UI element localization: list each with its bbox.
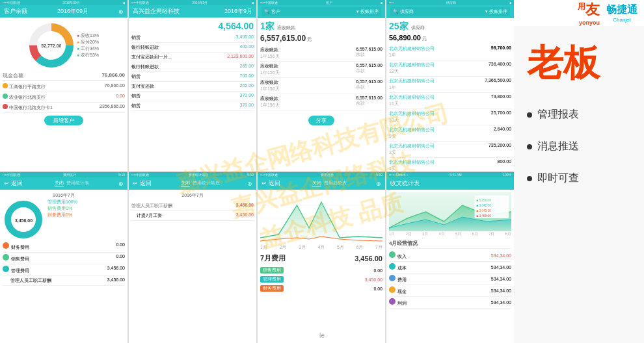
card5-header: ↩ 返回 关闭 费用统计表 ⊕ bbox=[0, 177, 127, 190]
period-label: 4月经营情况 bbox=[389, 238, 511, 249]
status-bar-6: ••••中国联通费用统计期底5:19 bbox=[129, 172, 256, 177]
fee-row-2: 管理费用 3,456.00 bbox=[260, 275, 382, 284]
card3-header: 🔍 客户 ▾ 投账排序 bbox=[258, 5, 385, 18]
bottom-label: Ie bbox=[319, 332, 325, 339]
stat-profit: 利润 534,34.00 bbox=[389, 297, 511, 309]
card1-content: 52,772.00 ● 应收13% ● 应付20% ● 工行34% ● 农行53… bbox=[0, 18, 127, 171]
fee-row-3: 财务费用 0.00 bbox=[260, 284, 382, 293]
expense-donut: 3,456.00 bbox=[3, 199, 45, 241]
new-customer-button[interactable]: 新增客户 bbox=[44, 116, 83, 125]
card2-content: 4,564.00 销货3,400.00 银行转账进款400.00 支付宝还款到一… bbox=[129, 18, 256, 171]
tx-item-2: 银行转账进款400.00 bbox=[131, 43, 254, 53]
status-bar-3: ••••中国联通客户◀ bbox=[258, 0, 385, 5]
card2-header: 高兴益企网络科技 2016年9月 bbox=[129, 5, 256, 18]
vendor-item-7: 北京无机建材销售公司 2天 735,200.00 bbox=[389, 142, 511, 158]
brand-chanjet: 畅捷通 bbox=[606, 3, 637, 17]
stat-cost: 成本 534,34.00 bbox=[389, 262, 511, 273]
card-customers: ••••中国联通客户◀ 🔍 客户 ▾ 投账排序 1家 应收账款 6,557,61… bbox=[258, 0, 385, 171]
period-item-1: 计提7月工资 3,456.00 bbox=[131, 211, 254, 221]
card6-content: 2016年7月 管理人员工职工薪酬 3,456.00 计提7月工资 3,456.… bbox=[129, 190, 256, 343]
phones-grid: ••••中国联通2016年09月◀ 客户余额 2016年09月 ⊕ 52,772… bbox=[0, 0, 514, 343]
vendor-item-1: 北京无机建材销售公司 1年 98,700.00 bbox=[389, 44, 511, 60]
card-income-expense: ••••• Sketch ÷5:41 AM100% 收支统计表 bbox=[386, 172, 514, 343]
customer-tx-4: 应收账款1年156天 6,557,615.00余款 bbox=[260, 94, 382, 110]
stat-area: 3,456.00 管理费用100% 销售费用0% 财务费用0% bbox=[3, 199, 125, 241]
bank-item-3: 中国银行北路支行卡1 2356,866.00 bbox=[3, 103, 125, 113]
card4-content: 25家 供应商 56,890.00 元 北京无机建材销售公司 1年 98,700… bbox=[386, 18, 514, 171]
fee-list: 财务费用 0.00 销售费用 0.00 管理费用 3,456.00 管理人员工职… bbox=[3, 241, 125, 286]
feature-list: 管理报表 消息推送 即时可查 bbox=[527, 108, 579, 185]
fee-item-1: 财务费用 0.00 bbox=[3, 241, 125, 253]
status-bar-7: ••••中国联通费用趋势5:19 bbox=[258, 172, 385, 177]
card8-content: ■ 5,250.00 ■ 3,042.00 ■ 3,043.50 ■ 3,458… bbox=[386, 190, 514, 343]
status-bar-8: ••••• Sketch ÷5:41 AM100% bbox=[386, 172, 514, 177]
svg-text:■ 3,458.00: ■ 3,458.00 bbox=[476, 214, 491, 218]
period-item-header: 管理人员工职工薪酬 3,456.00 bbox=[131, 201, 254, 211]
feature-item-2: 消息推送 bbox=[527, 140, 579, 153]
tx-item-1: 销货3,400.00 bbox=[131, 33, 254, 43]
card-expense-stats: ••••中国联通费用统计5:19 ↩ 返回 关闭 费用统计表 ⊕ 2016年7月… bbox=[0, 172, 127, 343]
customer-tx-2: 应收账款1年156天 6,557,615.00余款 bbox=[260, 62, 382, 78]
card6-header: ↩ 返回 关闭 费用统计期底 ⊕ bbox=[129, 177, 256, 190]
transaction-list: 销货3,400.00 银行转账进款400.00 支付宝还款到一片...2,123… bbox=[131, 33, 254, 111]
card-customer-balance: ••••中国联通2016年09月◀ 客户余额 2016年09月 ⊕ 52,772… bbox=[0, 0, 127, 171]
vendor-item-3: 北京无机建材销售公司 1年 7,366,500.00 bbox=[389, 77, 511, 93]
donut-chart: 52,772.00 bbox=[29, 23, 74, 68]
customer-tx-list: 应收账款1年156天 6,557,615.00余款 应收账款1年156天 6,5… bbox=[260, 45, 382, 110]
card-vendors: ••••供应商◀ 🔍 供应商 ▾ 投账排序 25家 供应商 56,890.00 … bbox=[386, 0, 514, 171]
bank-item-1: 工商银行平路支行 76,866.00 bbox=[3, 82, 125, 92]
tx-item-8: 销货370.00 bbox=[131, 101, 254, 111]
brand-bar: 用友 yonyou 畅捷通 Chanjet bbox=[514, 0, 644, 26]
right-section: 老板 管理报表 消息推送 即时可查 bbox=[514, 26, 644, 343]
fee-row-1: 销售费用 0.00 bbox=[260, 266, 382, 275]
fee-item-2: 销售费用 0.00 bbox=[3, 253, 125, 264]
card7-header: ↩ 返回 关闭 费用趋势表 ⊕ bbox=[258, 177, 385, 190]
bullet-icon-1 bbox=[527, 112, 532, 118]
card1-section-title: 现金合额 76,866.00 bbox=[3, 71, 125, 81]
stat-list: 收入 534,34.00 成本 534,34.00 费用 534,34.00 现… bbox=[389, 250, 511, 309]
donut-chart-area: 52,772.00 ● 应收13% ● 应付20% ● 工行34% ● 农行53… bbox=[3, 20, 125, 71]
stat-income: 收入 534,34.00 bbox=[389, 250, 511, 262]
fee-items: 销售费用 0.00 管理费用 3,456.00 财务费用 0.00 bbox=[260, 266, 382, 293]
tx-item-7: 销货370.00 bbox=[131, 92, 254, 101]
vendor-item-5: 北京无机建材销售公司 10天 25,700.00 bbox=[389, 109, 511, 125]
vendor-item-8: 北京无机建材销售公司 1天 800.00 bbox=[389, 158, 511, 171]
chart-months: 1月2月3月4月5月6月7月8月 bbox=[389, 231, 511, 237]
expense-legend: 管理费用100% 销售费用0% 财务费用0% bbox=[47, 199, 125, 241]
bank-list: 工商银行平路支行 76,866.00 农业银行北路支行 0.00 中国银行北路支… bbox=[3, 82, 125, 113]
feature-item-3: 即时可查 bbox=[527, 172, 579, 185]
status-bar-1: ••••中国联通2016年09月◀ bbox=[0, 0, 127, 5]
card-expense-period: ••••中国联通费用统计期底5:19 ↩ 返回 关闭 费用统计期底 ⊕ 2016… bbox=[129, 172, 256, 343]
status-bar-4: ••••供应商◀ bbox=[386, 0, 514, 5]
card4-filter: 🔍 供应商 ▾ 投账排序 bbox=[390, 7, 510, 16]
feature-item-1: 管理报表 bbox=[527, 108, 579, 121]
svg-text:■ 5,250.00: ■ 5,250.00 bbox=[476, 199, 491, 202]
donut-center-value: 52,772.00 bbox=[41, 44, 61, 48]
tx-item-5: 销货700.00 bbox=[131, 72, 254, 82]
period-list: 管理人员工职工薪酬 3,456.00 计提7月工资 3,456.00 bbox=[131, 201, 254, 221]
card8-header: 收支统计表 bbox=[386, 177, 514, 190]
card1-header: 客户余额 2016年09月 ⊕ bbox=[0, 5, 127, 18]
share-button[interactable]: 分享 bbox=[308, 116, 334, 125]
vendor-item-2: 北京无机建材销售公司 12天 736,400.00 bbox=[389, 60, 511, 77]
fee-total-row: 7月费用 3,456.00 bbox=[260, 253, 382, 263]
fee-item-4: 管理人员工职工薪酬 3,456.00 bbox=[3, 276, 125, 286]
card3-filter: 🔍 客户 ▾ 投账排序 bbox=[262, 7, 381, 16]
svg-text:■ 3,042.00: ■ 3,042.00 bbox=[476, 204, 491, 207]
area-chart: ■ 5,250.00 ■ 3,042.00 ■ 3,043.50 ■ 3,458… bbox=[389, 192, 511, 231]
customer-tx-3: 应收账款1年156天 6,557,615.00余款 bbox=[260, 78, 382, 94]
tx-item-6: 支付宝还款265.00 bbox=[131, 82, 254, 92]
svg-text:■ 3,043.50: ■ 3,043.50 bbox=[476, 209, 491, 212]
vendor-item-4: 北京无机建材销售公司 11天 73,800.00 bbox=[389, 93, 511, 109]
card4-header: 🔍 供应商 ▾ 投账排序 bbox=[386, 5, 514, 18]
card7-content: 1月2月3月4月5月6月7月 7月费用 3,456.00 销售费用 0.00 管… bbox=[258, 190, 385, 343]
fee-item-3: 管理费用 3,456.00 bbox=[3, 264, 125, 276]
stat-cash: 现金 534,34.00 bbox=[389, 285, 511, 297]
tx-item-4: 银行转账进款265.00 bbox=[131, 62, 254, 72]
boss-label: 老板 bbox=[527, 39, 600, 88]
card3-content: 1家 应收账款 6,557,615.00 元 应收账款1年156天 6,557,… bbox=[258, 18, 385, 171]
status-bar-5: ••••中国联通费用统计5:19 bbox=[0, 172, 127, 177]
card-expense-trend: ••••中国联通费用趋势5:19 ↩ 返回 关闭 费用趋势表 ⊕ bbox=[258, 172, 385, 343]
vendor-list: 北京无机建材销售公司 1年 98,700.00 北京无机建材销售公司 12天 7… bbox=[389, 44, 511, 171]
bullet-icon-3 bbox=[527, 176, 532, 181]
